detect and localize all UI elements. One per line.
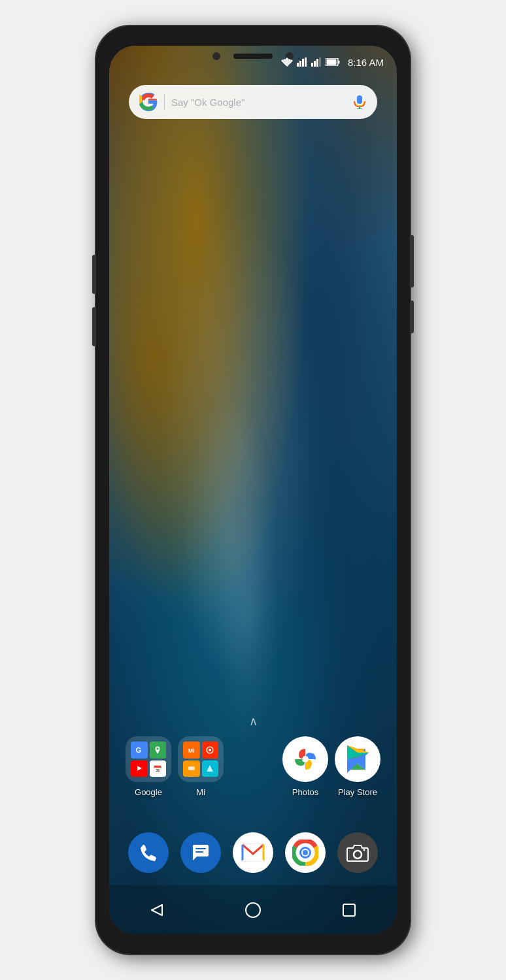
- volume-up-button[interactable]: [92, 255, 95, 294]
- svg-rect-9: [316, 59, 318, 67]
- folder-mini-youtube: [131, 760, 148, 777]
- folder-mini-mi1: Mi: [183, 742, 200, 759]
- status-icons: 8:16 AM: [281, 57, 384, 68]
- phone-screen: 8:16 AM Say "Ok Google": [109, 46, 397, 934]
- play-store-app-icon: [335, 736, 380, 782]
- svg-rect-5: [302, 59, 304, 67]
- svg-point-38: [246, 903, 260, 917]
- signal-icon: [297, 57, 307, 67]
- google-search-bar[interactable]: Say "Ok Google": [129, 85, 377, 119]
- photos-app-label: Photos: [292, 787, 318, 797]
- apps-section: ∧ G: [109, 714, 397, 804]
- svg-rect-10: [319, 57, 321, 67]
- app-row: G: [109, 736, 397, 797]
- svg-rect-13: [326, 59, 336, 65]
- svg-text:Mi: Mi: [188, 747, 194, 753]
- svg-rect-28: [195, 848, 206, 849]
- svg-point-34: [303, 850, 308, 855]
- folder-mini-mi4: [202, 760, 219, 777]
- home-button[interactable]: [239, 896, 267, 924]
- svg-rect-4: [299, 61, 301, 67]
- svg-rect-16: [357, 108, 362, 109]
- svg-marker-37: [152, 905, 162, 915]
- svg-point-18: [157, 747, 160, 750]
- folder-mini-mi3: [183, 760, 200, 777]
- svg-point-27: [302, 756, 309, 762]
- phone-device: 8:16 AM Say "Ok Google": [96, 26, 410, 954]
- svg-marker-19: [137, 766, 142, 771]
- svg-text:31: 31: [156, 768, 160, 772]
- svg-rect-8: [314, 61, 316, 67]
- gmail-dock-item[interactable]: [233, 832, 273, 873]
- svg-point-35: [354, 851, 362, 858]
- svg-text:G: G: [135, 746, 141, 754]
- svg-rect-12: [338, 61, 339, 64]
- chrome-dock-item[interactable]: [285, 832, 326, 873]
- phone-dock-item[interactable]: [128, 832, 169, 873]
- microphone-icon[interactable]: [352, 95, 367, 109]
- photos-app-icon: [282, 736, 328, 782]
- svg-rect-39: [343, 904, 355, 916]
- mi-folder-item[interactable]: Mi: [175, 736, 227, 797]
- google-folder-icon: G: [126, 736, 171, 782]
- status-bar: 8:16 AM: [109, 46, 397, 78]
- svg-rect-3: [297, 63, 299, 67]
- google-logo: [139, 93, 158, 111]
- svg-rect-14: [357, 95, 362, 104]
- folder-mini-calendar: 31: [150, 760, 167, 777]
- svg-point-36: [363, 849, 365, 851]
- dock: [109, 823, 397, 882]
- folder-mini-maps: [150, 742, 167, 759]
- swipe-up-indicator: ∧: [109, 714, 397, 728]
- svg-point-25: [209, 749, 211, 751]
- svg-rect-7: [311, 63, 313, 67]
- play-store-app-item[interactable]: Play Store: [331, 736, 384, 797]
- svg-rect-26: [188, 766, 195, 770]
- search-placeholder: Say "Ok Google": [171, 97, 346, 108]
- volume-down-button[interactable]: [92, 307, 95, 346]
- google-folder-item[interactable]: G: [122, 736, 175, 797]
- photos-app-item[interactable]: Photos: [279, 736, 331, 797]
- svg-rect-15: [359, 106, 360, 108]
- play-store-app-label: Play Store: [338, 787, 377, 797]
- status-time: 8:16 AM: [348, 57, 384, 68]
- back-button[interactable]: [143, 896, 171, 924]
- navigation-bar: [109, 885, 397, 934]
- battery-icon: [326, 58, 340, 66]
- mi-folder-label: Mi: [196, 787, 205, 797]
- recents-button[interactable]: [335, 896, 363, 924]
- svg-rect-29: [195, 851, 203, 853]
- svg-rect-6: [305, 57, 307, 67]
- spacer: [227, 736, 279, 797]
- signal2-icon: [311, 57, 322, 67]
- google-folder-label: Google: [135, 787, 162, 797]
- wifi-icon: [281, 57, 293, 67]
- folder-mini-google: G: [131, 742, 148, 759]
- folder-mini-mi2: [202, 742, 219, 759]
- camera-dock-item[interactable]: [337, 832, 378, 873]
- messages-dock-item[interactable]: [180, 832, 221, 873]
- up-arrow-icon: ∧: [249, 714, 258, 728]
- mi-folder-icon: Mi: [178, 736, 224, 782]
- svg-rect-21: [154, 766, 161, 768]
- search-divider: [164, 94, 165, 110]
